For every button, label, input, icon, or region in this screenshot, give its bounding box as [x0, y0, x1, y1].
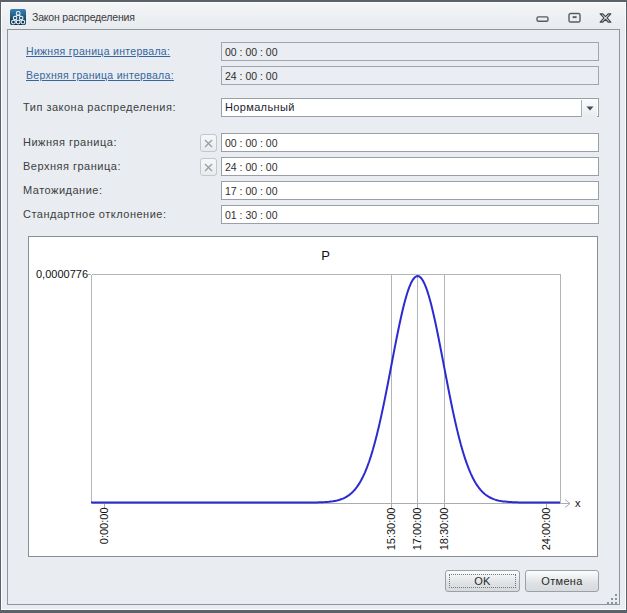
svg-text:24:00:00: 24:00:00 [540, 508, 552, 551]
svg-text:18:30:00: 18:30:00 [438, 508, 450, 551]
svg-text:15:30:00: 15:30:00 [385, 508, 397, 551]
svg-text:17:00:00: 17:00:00 [411, 508, 423, 551]
svg-text:0,0000776: 0,0000776 [36, 268, 88, 280]
svg-text:x: x [575, 497, 581, 509]
svg-text:P: P [321, 248, 330, 263]
svg-text:0:00:00: 0:00:00 [98, 508, 110, 545]
